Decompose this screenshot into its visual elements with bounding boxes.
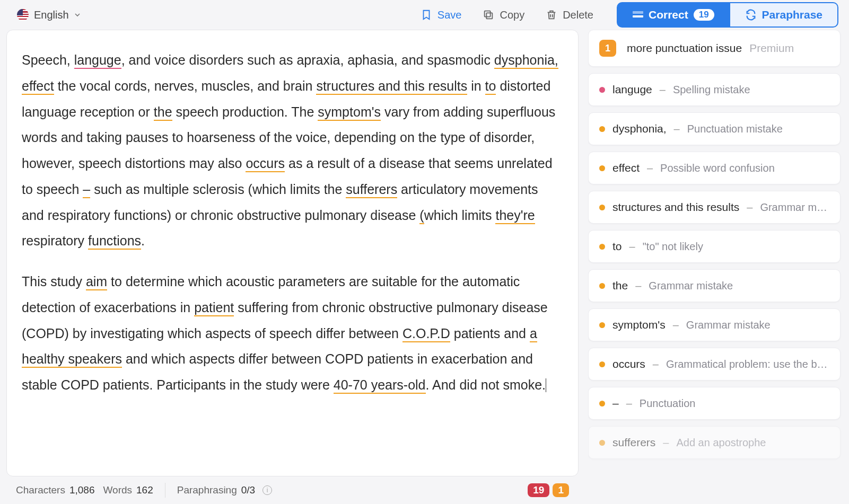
error-count-badge[interactable]: 19	[528, 483, 549, 497]
issue-message: Add an apostrophe	[676, 437, 766, 449]
bookmark-icon	[421, 9, 432, 21]
err-copd[interactable]: C.O.P.D	[402, 326, 450, 342]
paraphrasing-label: Paraphrasing	[177, 484, 237, 496]
issue-card[interactable]: sufferers–Add an apostrophe	[588, 426, 841, 459]
issue-message: Grammatical problem: use the bas…	[666, 358, 829, 370]
language-label: English	[34, 9, 69, 21]
issue-dash: –	[647, 162, 653, 174]
paragraph-2: This study aim to determine which acoust…	[22, 269, 563, 398]
issue-term: the	[612, 279, 628, 292]
issue-card[interactable]: dysphonia,–Punctuation mistake	[588, 112, 841, 145]
err-patient[interactable]: patient	[194, 300, 234, 316]
issue-dot-icon	[599, 322, 605, 328]
err-sufferers[interactable]: sufferers	[346, 182, 397, 198]
err-functions[interactable]: functions	[88, 233, 141, 250]
chevron-down-icon	[74, 12, 81, 18]
issue-message: Possible word confusion	[660, 162, 775, 174]
issue-card[interactable]: structures and this results–Grammar mi…	[588, 191, 841, 224]
err-dysphonia[interactable]: dysphonia,	[494, 52, 558, 69]
us-flag-icon	[17, 9, 29, 21]
status-bar: Characters 1,086 Words 162 Paraphrasing …	[6, 476, 579, 504]
save-label: Save	[437, 9, 462, 21]
err-aim[interactable]: aim	[86, 274, 107, 290]
issue-dash: –	[673, 319, 679, 331]
issue-dot-icon	[599, 361, 605, 367]
svg-rect-0	[487, 13, 493, 19]
delete-button[interactable]: Delete	[537, 5, 602, 25]
issue-card[interactable]: ––Punctuation	[588, 387, 841, 420]
err-age[interactable]: 40-70 years-old	[334, 377, 426, 394]
premium-label: Premium	[749, 42, 794, 55]
correct-count: 19	[694, 9, 714, 21]
err-occurs[interactable]: occurs	[246, 156, 285, 172]
issue-card[interactable]: languge–Spelling mistake	[588, 73, 841, 106]
issue-dash: –	[660, 84, 666, 96]
issue-card[interactable]: to–"to" not likely	[588, 230, 841, 263]
err-structures[interactable]: structures and this results	[316, 78, 467, 95]
issue-term: occurs	[612, 358, 645, 370]
issue-dash: –	[674, 123, 680, 135]
save-button[interactable]: Save	[412, 5, 470, 25]
trash-icon	[546, 9, 557, 21]
svg-rect-3	[633, 11, 643, 14]
issue-message: Grammar mistake	[686, 319, 771, 331]
err-paren[interactable]: (	[419, 208, 424, 224]
delete-label: Delete	[563, 9, 593, 21]
issue-term: sufferers	[612, 436, 655, 449]
editor[interactable]: Speech, languge, and voice disorders suc…	[6, 30, 579, 476]
warning-count-badge[interactable]: 1	[553, 483, 569, 497]
premium-text: more punctuation issue	[627, 42, 742, 55]
issue-message: Punctuation	[640, 397, 696, 410]
toolbar: English Save Copy Delete Correct 19 Para…	[6, 0, 843, 30]
info-icon[interactable]: i	[262, 485, 272, 495]
issue-dot-icon	[599, 401, 605, 406]
issue-message: "to" not likely	[643, 241, 703, 253]
issue-dot-icon	[599, 244, 605, 250]
issue-term: symptom's	[612, 319, 666, 331]
copy-icon	[483, 9, 494, 21]
issue-message: Punctuation mistake	[687, 123, 783, 135]
chars-label: Characters	[16, 484, 65, 496]
issue-dash: –	[747, 201, 752, 214]
issue-dot-icon	[599, 205, 605, 210]
issue-dash: –	[653, 358, 659, 370]
issue-dot-icon	[599, 165, 605, 171]
issue-term: –	[612, 397, 619, 410]
correct-tab[interactable]: Correct 19	[617, 2, 730, 28]
text-cursor	[546, 378, 546, 392]
err-effect[interactable]: effect	[22, 78, 54, 95]
paraphrasing-value: 0/3	[241, 484, 255, 496]
correct-label: Correct	[649, 8, 688, 21]
chars-value: 1,086	[69, 484, 95, 496]
err-languge[interactable]: languge	[74, 52, 121, 69]
paraphrase-icon	[745, 9, 757, 21]
issue-message: Grammar mi…	[760, 201, 829, 214]
issue-term: structures and this results	[612, 201, 739, 214]
issue-card[interactable]: occurs–Grammatical problem: use the bas…	[588, 348, 841, 381]
issue-dash: –	[629, 241, 635, 253]
err-theyre[interactable]: they're	[495, 208, 535, 224]
issue-dash: –	[626, 397, 632, 410]
issue-term: to	[612, 240, 622, 253]
issue-dot-icon	[599, 440, 605, 446]
copy-button[interactable]: Copy	[474, 5, 533, 25]
paragraph-1: Speech, languge, and voice disorders suc…	[22, 47, 563, 254]
premium-count-badge: 1	[599, 40, 616, 57]
err-symptoms[interactable]: symptom's	[318, 104, 381, 121]
svg-rect-2	[633, 15, 643, 17]
paraphrase-label: Paraphrase	[762, 8, 822, 21]
err-to[interactable]: to	[485, 78, 496, 95]
issue-card[interactable]: effect–Possible word confusion	[588, 152, 841, 184]
copy-label: Copy	[500, 9, 524, 21]
issue-message: Spelling mistake	[673, 84, 750, 96]
issue-dot-icon	[599, 283, 605, 289]
issue-card[interactable]: the–Grammar mistake	[588, 269, 841, 302]
issue-premium[interactable]: 1 more punctuation issue Premium	[588, 30, 841, 67]
issue-dot-icon	[599, 87, 605, 93]
issue-card[interactable]: symptom's–Grammar mistake	[588, 308, 841, 341]
language-selector[interactable]: English	[11, 6, 87, 24]
paraphrase-tab[interactable]: Paraphrase	[730, 2, 838, 28]
issue-message: Grammar mistake	[649, 280, 733, 292]
err-the[interactable]: the	[154, 104, 172, 121]
err-dash[interactable]: –	[83, 182, 90, 198]
